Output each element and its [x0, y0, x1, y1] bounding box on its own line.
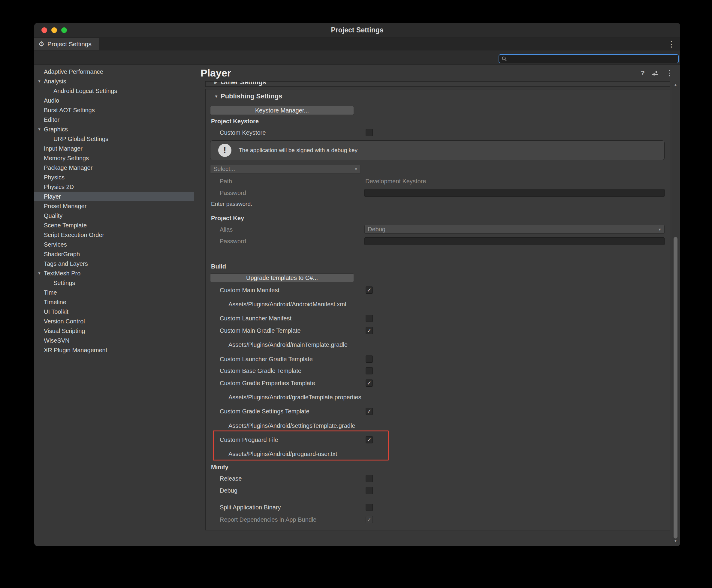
window-controls	[41, 23, 67, 38]
key-password-row: Password	[206, 237, 670, 246]
build-header-row: Build	[206, 262, 670, 271]
sidebar-item-shadergraph[interactable]: ShaderGraph	[34, 249, 194, 259]
more-menu-icon[interactable]: ⋮	[666, 68, 674, 78]
sidebar-item-time[interactable]: Time	[34, 288, 194, 297]
publishing-settings-foldout[interactable]: ▼ Publishing Settings	[206, 92, 670, 101]
window-titlebar[interactable]: Project Settings	[34, 23, 680, 38]
keystore-manager-button[interactable]: Keystore Manager...	[210, 106, 354, 115]
custom-base-gradle-template-checkbox[interactable]	[366, 367, 373, 374]
sidebar-item-adaptive-performance[interactable]: Adaptive Performance	[34, 67, 194, 77]
sidebar-item-scene-template[interactable]: Scene Template	[34, 220, 194, 230]
sidebar-item-editor[interactable]: Editor	[34, 115, 194, 125]
vertical-scrollbar[interactable]: ▲ ▼	[672, 81, 679, 544]
custom-gradle-settings-template-path: Assets/Plugins/Android/settingsTemplate.…	[206, 422, 355, 429]
sidebar-item-textmesh-pro-settings[interactable]: Settings	[34, 278, 194, 288]
close-window-button[interactable]	[41, 27, 47, 33]
sidebar-item-analysis[interactable]: ▼Analysis	[34, 77, 194, 86]
split-application-binary-checkbox[interactable]	[366, 504, 373, 511]
sidebar-item-quality[interactable]: Quality	[34, 211, 194, 220]
sidebar-item-script-execution-order[interactable]: Script Execution Order	[34, 230, 194, 240]
tab-menu-icon[interactable]: ⋮	[667, 38, 675, 50]
sidebar-item-burst-aot-settings[interactable]: Burst AOT Settings	[34, 105, 194, 115]
sidebar-item-player[interactable]: Player	[34, 192, 194, 201]
custom-launcher-gradle-template-checkbox[interactable]	[366, 356, 373, 363]
minify-release-checkbox[interactable]	[366, 475, 373, 482]
sidebar-item-graphics[interactable]: ▼Graphics	[34, 125, 194, 134]
custom-gradle-settings-template-checkbox[interactable]	[366, 408, 373, 415]
alias-value: Debug	[368, 226, 385, 233]
custom-main-gradle-template-row: Custom Main Gradle Template	[206, 326, 670, 335]
report-dependencies-row: Report Dependencies in App Bundle	[206, 515, 670, 524]
scroll-up-icon[interactable]: ▲	[672, 83, 679, 87]
custom-keystore-checkbox[interactable]	[366, 129, 373, 136]
tab-project-settings[interactable]: ⚙ Project Settings	[34, 38, 99, 50]
settings-scroll-area: ▶ Other Settings ▼ Publishing Settings K…	[194, 81, 680, 546]
minify-debug-row: Debug	[206, 486, 670, 495]
sidebar-item-visual-scripting[interactable]: Visual Scripting	[34, 326, 194, 336]
custom-proguard-file-path: Assets/Plugins/Android/proguard-user.txt	[206, 450, 337, 458]
tab-bar: ⚙ Project Settings ⋮	[34, 38, 680, 50]
publishing-settings-section: ▼ Publishing Settings Keystore Manager..…	[205, 89, 670, 530]
other-settings-section: ▶ Other Settings	[205, 81, 670, 87]
sidebar-item-android-logcat-settings[interactable]: Android Logcat Settings	[34, 86, 194, 96]
toolbar	[34, 50, 680, 65]
dropdown-arrow-icon: ▼	[658, 227, 662, 232]
search-icon	[502, 56, 507, 62]
custom-main-gradle-template-checkbox[interactable]	[366, 327, 373, 334]
custom-main-manifest-checkbox[interactable]	[366, 287, 373, 294]
dropdown-arrow-icon: ▼	[354, 167, 358, 171]
sidebar-item-memory-settings[interactable]: Memory Settings	[34, 153, 194, 163]
custom-launcher-gradle-template-row: Custom Launcher Gradle Template	[206, 355, 670, 363]
sidebar-item-ui-toolkit[interactable]: UI Toolkit	[34, 307, 194, 316]
zoom-window-button[interactable]	[61, 27, 67, 33]
foldout-expanded-icon[interactable]: ▼	[38, 79, 41, 83]
custom-launcher-manifest-checkbox[interactable]	[366, 315, 373, 322]
minify-debug-checkbox[interactable]	[366, 487, 373, 494]
search-box[interactable]	[499, 54, 679, 63]
scroll-down-icon[interactable]: ▼	[672, 539, 679, 543]
custom-base-gradle-template-row: Custom Base Gradle Template	[206, 366, 670, 375]
sidebar-item-preset-manager[interactable]: Preset Manager	[34, 201, 194, 211]
sidebar-item-xr-plugin-management[interactable]: XR Plugin Management	[34, 345, 194, 355]
custom-keystore-row: Custom Keystore	[206, 128, 670, 137]
custom-proguard-file-checkbox[interactable]	[366, 436, 373, 443]
presets-icon[interactable]	[651, 69, 659, 77]
enter-password-hint-row: Enter password.	[206, 200, 670, 209]
custom-gradle-properties-template-checkbox[interactable]	[366, 379, 373, 387]
sidebar-item-physics-2d[interactable]: Physics 2D	[34, 182, 194, 192]
settings-category-list: Adaptive Performance ▼Analysis Android L…	[34, 65, 194, 546]
keystore-select-dropdown[interactable]: Select... ▼	[210, 165, 361, 173]
help-icon[interactable]: ?	[641, 69, 645, 77]
sidebar-item-textmesh-pro[interactable]: ▼TextMesh Pro	[34, 269, 194, 278]
other-settings-foldout[interactable]: ▶ Other Settings	[206, 81, 670, 87]
keystore-select-value: Select...	[213, 166, 235, 172]
foldout-expanded-icon[interactable]: ▼	[38, 127, 41, 131]
minify-release-label: Release	[206, 475, 242, 482]
keystore-password-field[interactable]	[364, 189, 665, 197]
minimize-window-button[interactable]	[51, 27, 57, 33]
sidebar-item-tags-and-layers[interactable]: Tags and Layers	[34, 259, 194, 269]
sidebar-item-services[interactable]: Services	[34, 240, 194, 249]
gear-icon: ⚙	[38, 40, 44, 48]
sidebar-item-urp-global-settings[interactable]: URP Global Settings	[34, 134, 194, 144]
custom-main-manifest-label: Custom Main Manifest	[206, 287, 280, 294]
sidebar-item-wisesvn[interactable]: WiseSVN	[34, 336, 194, 345]
sidebar-item-timeline[interactable]: Timeline	[34, 297, 194, 307]
foldout-expanded-icon[interactable]: ▼	[38, 271, 41, 275]
sidebar-item-package-manager[interactable]: Package Manager	[34, 163, 194, 172]
alias-dropdown[interactable]: Debug ▼	[364, 225, 665, 234]
sidebar-item-input-manager[interactable]: Input Manager	[34, 144, 194, 153]
upgrade-templates-button[interactable]: Upgrade templates to C#...	[210, 273, 354, 282]
scrollbar-thumb[interactable]	[674, 237, 677, 539]
sidebar-item-version-control[interactable]: Version Control	[34, 316, 194, 326]
custom-main-gradle-template-path: Assets/Plugins/Android/mainTemplate.grad…	[206, 341, 348, 348]
minify-header-row: Minify	[206, 463, 670, 471]
sidebar-item-physics[interactable]: Physics	[34, 172, 194, 182]
project-keystore-header: Project Keystore	[206, 118, 259, 125]
search-input[interactable]	[509, 56, 676, 62]
custom-launcher-gradle-template-label: Custom Launcher Gradle Template	[206, 356, 313, 363]
key-password-field[interactable]	[364, 237, 665, 245]
settings-detail-panel: Player ? ⋮ ▶ Other Settings	[194, 65, 680, 546]
sidebar-item-audio[interactable]: Audio	[34, 96, 194, 105]
custom-gradle-properties-template-row: Custom Gradle Properties Template	[206, 379, 670, 387]
